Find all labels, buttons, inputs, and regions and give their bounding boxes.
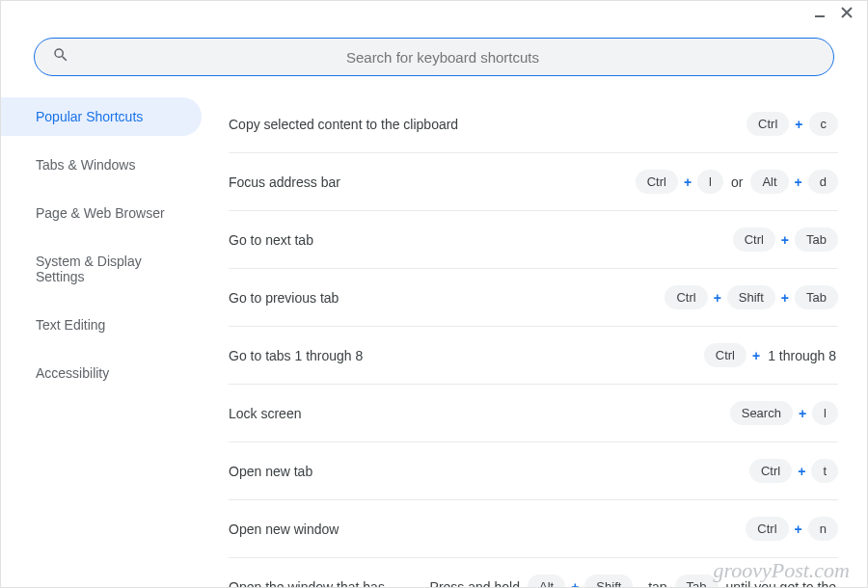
combo-text: , tap [638,579,668,589]
plus-icon: + [714,290,721,306]
sidebar-item[interactable]: Page & Web Browser [1,194,202,232]
shortcut-combo: Ctrl+n [746,517,838,541]
keycap: l [812,401,838,425]
sidebar-item-label: Accessibility [36,365,109,381]
keycap: l [697,170,723,194]
keycap: Alt [528,575,565,588]
plus-icon: + [799,406,806,421]
plus-icon: + [795,521,802,537]
shortcut-combo: Ctrl+lorAlt+d [636,170,838,194]
shortcut-combo: Search+l [730,401,838,425]
shortcut-description: Go to next tab [229,232,733,248]
keycap: Tab [795,227,838,252]
shortcut-combo: Ctrl+Shift+Tab [665,285,838,309]
keycap: Tab [675,575,719,588]
sidebar-item-label: Text Editing [36,317,105,333]
sidebar-item[interactable]: Accessibility [1,354,202,392]
shortcut-description: Lock screen [229,406,730,421]
plus-icon: + [795,117,802,132]
sidebar-item-label: System & Display Settings [36,254,142,284]
shortcut-combo: Press and holdAlt+Shift, tapTabuntil you… [428,575,838,588]
keycap: c [809,112,839,136]
shortcut-row: Open new tabCtrl+t [229,442,838,500]
svg-rect-0 [815,15,825,17]
shortcut-combo: Ctrl+Tab [733,227,838,252]
shortcut-description: Open new window [229,521,746,537]
search-bar[interactable] [34,38,834,76]
plus-icon: + [752,348,760,363]
keycap: t [811,459,838,483]
shortcut-description: Copy selected content to the clipboard [229,117,746,132]
combo-text: Press and hold [428,579,522,589]
shortcut-description: Go to tabs 1 through 8 [229,348,704,363]
plus-icon: + [684,174,692,190]
shortcut-row: Open the window that hasPress and holdAl… [229,558,838,588]
keycap: Alt [750,170,788,194]
separator-text: or [729,174,745,190]
shortcut-combo: Ctrl+t [749,459,838,483]
keycap: Ctrl [746,112,789,136]
keycap: Ctrl [746,517,788,541]
sidebar-item-label: Popular Shortcuts [36,109,143,124]
keycap: Ctrl [749,459,792,483]
sidebar-item[interactable]: Tabs & Windows [1,146,202,184]
shortcut-row: Go to tabs 1 through 8Ctrl+1 through 8 [229,327,838,385]
keycap: Ctrl [733,227,775,252]
sidebar: Popular ShortcutsTabs & WindowsPage & We… [1,95,209,588]
shortcut-row: Focus address barCtrl+lorAlt+d [229,153,838,211]
keycap: Shift [584,575,633,588]
sidebar-item[interactable]: Popular Shortcuts [1,97,202,136]
combo-text: 1 through 8 [766,348,838,363]
shortcut-description: Open new tab [229,464,749,479]
shortcut-row: Lock screenSearch+l [229,385,838,442]
shortcut-description: Go to previous tab [229,290,665,306]
search-icon [52,46,69,67]
shortcut-list: Copy selected content to the clipboardCt… [209,95,867,588]
keycap: Ctrl [636,170,678,194]
shortcut-row: Open new windowCtrl+n [229,500,838,558]
search-input[interactable] [69,48,816,67]
search-container [1,28,867,95]
sidebar-item-label: Page & Web Browser [36,205,165,221]
keycap: Tab [795,285,838,309]
sidebar-item[interactable]: Text Editing [1,306,202,344]
shortcut-row: Go to previous tabCtrl+Shift+Tab [229,269,838,327]
shortcut-combo: Ctrl+c [746,112,838,136]
shortcut-combo: Ctrl+1 through 8 [704,343,838,367]
sidebar-item[interactable]: System & Display Settings [1,242,202,296]
titlebar [1,1,867,28]
sidebar-item-label: Tabs & Windows [36,157,135,173]
shortcut-row: Go to next tabCtrl+Tab [229,211,838,269]
close-button[interactable] [840,6,854,23]
shortcut-description: Open the window that has [229,579,428,589]
combo-text: until you get to the [724,579,838,589]
plus-icon: + [781,232,789,248]
shortcut-row: Copy selected content to the clipboardCt… [229,95,838,153]
keycap: n [808,517,838,541]
plus-icon: + [795,174,802,190]
keycap: Search [730,401,793,425]
minimize-button[interactable] [813,6,827,23]
plus-icon: + [571,579,579,589]
shortcut-description: Focus address bar [229,174,636,190]
keycap: Ctrl [704,343,746,367]
plus-icon: + [798,464,805,479]
keycap: d [808,170,838,194]
keycap: Shift [727,285,775,309]
keycap: Ctrl [665,285,707,309]
plus-icon: + [781,290,789,306]
